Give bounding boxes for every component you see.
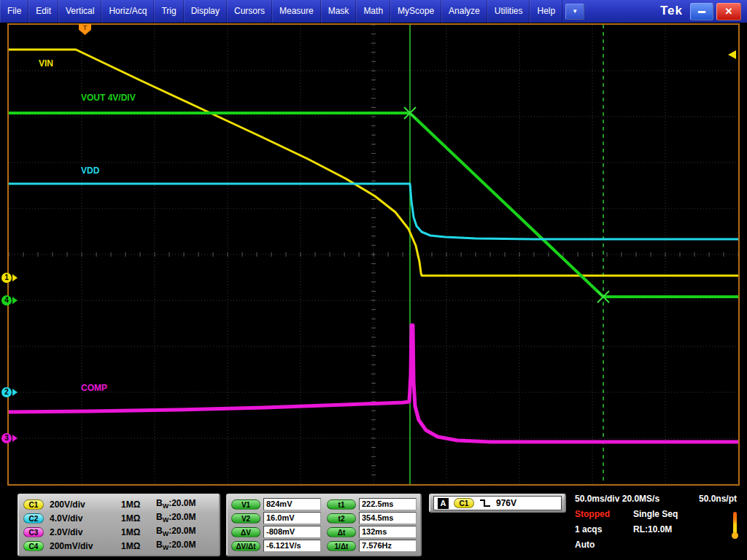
acq-count-row: 1 acqs RL:10.0M [569, 521, 740, 536]
menu-utilities[interactable]: Utilities [487, 0, 530, 23]
menu-file[interactable]: File [0, 0, 28, 23]
acquisition-status-panel: 50.0ms/div 20.0MS/s 50.0ns/pt Stopped Si… [569, 490, 740, 560]
timebase-readout: 50.0ms/div 20.0MS/s [575, 494, 659, 504]
falling-edge-icon [479, 498, 491, 508]
menu-horiz-acq[interactable]: Horiz/Acq [101, 0, 154, 23]
trigger-panel: A C1 976V [429, 494, 566, 513]
trigger-readout[interactable]: A C1 976V [433, 496, 562, 510]
trigger-mode: Auto [575, 540, 595, 550]
menu-bar: File Edit Vertical Horiz/Acq Trig Displa… [0, 0, 747, 23]
cursor-dvdt-badge: ΔV/Δt [231, 541, 260, 551]
trig-mode-row: Auto [569, 536, 740, 551]
trace-vout [9, 113, 738, 297]
cursor-time-column: t1222.5ms t2354.5ms Δt132ms 1/Δt7.576Hz [327, 497, 417, 553]
trigger-level-value: 976V [496, 498, 516, 508]
arrow-right-icon [12, 297, 18, 304]
cursor-dt-badge: Δt [327, 527, 356, 537]
menu-vertical[interactable]: Vertical [58, 0, 101, 23]
menu-mask[interactable]: Mask [321, 0, 357, 23]
channel-row-c4: C4 200mV/div 1MΩ BW:20.0M [23, 539, 214, 553]
temperature-icon [731, 512, 738, 540]
cursor-dt-value: 132ms [359, 526, 417, 538]
acq-mode: Single Seq [633, 509, 678, 519]
timebase-row: 50.0ms/div 20.0MS/s 50.0ns/pt [569, 490, 740, 505]
minimize-button[interactable]: ▬ [690, 3, 713, 20]
channel-scale[interactable]: 200mV/div [50, 541, 115, 551]
channel-number: 2 [1, 387, 12, 397]
cursor-t2-badge: t2 [327, 513, 356, 524]
cursor-t2-value: 354.5ms [359, 512, 417, 524]
cursor-v2-badge: V2 [231, 513, 260, 524]
channel-row-c1: C1 200V/div 1MΩ BW:20.0M [23, 497, 214, 511]
channel-badge-c4[interactable]: C4 [23, 541, 44, 551]
channel-ref-marker-1[interactable]: 1 [1, 273, 18, 283]
menu-help[interactable]: Help [530, 0, 562, 23]
channel-bandwidth: BW:20.0M [156, 498, 196, 510]
chevron-down-icon[interactable]: ▼ [565, 4, 584, 20]
channel-ref-marker-4[interactable]: 4 [1, 295, 18, 306]
arrow-right-icon [12, 389, 18, 396]
trigger-source-badge: C1 [454, 498, 474, 508]
channel-number: 1 [1, 273, 12, 283]
run-state: Stopped [575, 509, 610, 519]
channel-badge-c2[interactable]: C2 [23, 513, 44, 524]
channel-row-c2: C2 4.0V/div 1MΩ BW:20.0M [23, 511, 214, 525]
cursor-invdt-value: 7.576Hz [359, 540, 417, 552]
record-length: RL:10.0M [633, 524, 672, 534]
channel-badge-c1[interactable]: C1 [23, 499, 44, 510]
cursor-voltage-column: V1824mV V216.0mV ΔV-808mV ΔV/Δt-6.121V/s [231, 497, 321, 553]
menu-myscope[interactable]: MyScope [390, 0, 441, 23]
channel-row-c3: C3 2.0V/div 1MΩ BW:20.0M [23, 525, 214, 539]
close-button[interactable]: ✕ [716, 3, 741, 20]
channel-bandwidth: BW:20.0M [156, 526, 196, 537]
label-vin: VIN [39, 58, 53, 69]
menu-cursors[interactable]: Cursors [227, 0, 272, 23]
cursor-invdt-badge: 1/Δt [327, 541, 356, 551]
label-vout: VOUT 4V/DIV [81, 93, 136, 103]
channel-impedance: 1MΩ [121, 541, 150, 551]
channel-bandwidth: BW:20.0M [156, 512, 196, 524]
sample-resolution: 50.0ns/pt [699, 494, 737, 504]
cursor-v1-value: 824mV [263, 498, 321, 510]
channel-number: 4 [1, 295, 12, 306]
channel-scale[interactable]: 200V/div [50, 499, 115, 510]
channel-ref-marker-2[interactable]: 2 [1, 387, 18, 397]
cursor-t1-badge: t1 [327, 499, 356, 510]
channel-scale[interactable]: 4.0V/div [50, 513, 115, 524]
channel-bandwidth: BW:20.0M [156, 540, 196, 551]
channel-scale[interactable]: 2.0V/div [50, 527, 115, 537]
channel-badge-c3[interactable]: C3 [23, 527, 44, 537]
acq-count: 1 acqs [575, 524, 602, 534]
arrow-right-icon [12, 274, 18, 281]
tek-logo: Tek [660, 4, 683, 18]
menu-math[interactable]: Math [356, 0, 390, 23]
cursor-readout-panel: V1824mV V216.0mV ΔV-808mV ΔV/Δt-6.121V/s… [226, 494, 422, 556]
label-comp: COMP [81, 383, 107, 393]
menu-measure[interactable]: Measure [272, 0, 321, 23]
trigger-level-arrow-icon[interactable] [728, 50, 736, 59]
graticule: VIN VOUT 4V/DIV VDD COMP [7, 23, 740, 486]
cursor-t1-value: 222.5ms [359, 498, 417, 510]
cursor-dv-badge: ΔV [231, 527, 260, 537]
channel-impedance: 1MΩ [121, 513, 150, 524]
cursor-dv-value: -808mV [263, 526, 321, 538]
cursor-dvdt-value: -6.121V/s [263, 540, 321, 552]
menu-display[interactable]: Display [184, 0, 227, 23]
cursor-v1-badge: V1 [231, 499, 260, 510]
cursor-v2-value: 16.0mV [263, 512, 321, 524]
channel-impedance: 1MΩ [121, 527, 150, 537]
menu-edit[interactable]: Edit [28, 0, 58, 23]
arrow-right-icon [12, 435, 18, 442]
channel-ref-marker-3[interactable]: 3 [1, 433, 18, 443]
menu-trig[interactable]: Trig [154, 0, 183, 23]
trigger-bus-badge: A [438, 498, 449, 509]
channel-settings-panel: C1 200V/div 1MΩ BW:20.0M C2 4.0V/div 1MΩ… [18, 494, 220, 556]
run-state-row: Stopped Single Seq [569, 505, 740, 521]
menu-analyze[interactable]: Analyze [441, 0, 487, 23]
channel-number: 3 [1, 433, 12, 443]
channel-impedance: 1MΩ [121, 499, 150, 510]
label-vdd: VDD [81, 166, 99, 176]
